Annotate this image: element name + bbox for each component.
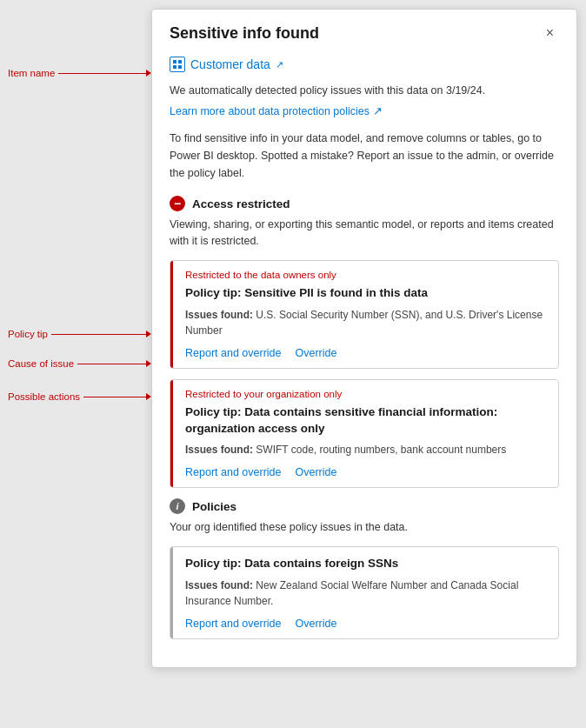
restriction-label-2: Restricted to your organization only (185, 389, 546, 399)
item-icon (170, 57, 185, 72)
report-override-link-3[interactable]: Report and override (185, 618, 281, 630)
policies-issues-found: Issues found: New Zealand Social Welfare… (185, 578, 546, 609)
learn-external-icon: ↗ (373, 104, 383, 117)
policies-title: Policies (192, 500, 236, 513)
access-restricted-desc: Viewing, sharing, or exporting this sema… (170, 217, 559, 250)
auto-detect-text: We automatically detected policy issues … (170, 83, 559, 99)
report-override-link-1[interactable]: Report and override (185, 347, 281, 359)
policy-card-1: Restricted to the data owners only Polic… (170, 260, 559, 369)
close-button[interactable]: × (541, 23, 559, 43)
policy-tip-title-2: Policy tip: Data contains sensitive fina… (185, 404, 546, 437)
card-actions-2: Report and override Override (185, 466, 546, 478)
access-restricted-title: Access restricted (192, 197, 290, 210)
external-link-icon[interactable]: ↗ (276, 59, 283, 70)
restriction-label-1: Restricted to the data owners only (185, 270, 546, 280)
policies-card-actions: Report and override Override (185, 618, 546, 630)
policies-desc: Your org identified these policy issues … (170, 519, 559, 536)
panel-header: Sensitive info found × (152, 10, 576, 53)
override-link-1[interactable]: Override (295, 347, 336, 359)
item-name-annotation: Item name (8, 68, 55, 78)
override-link-3[interactable]: Override (295, 618, 336, 630)
actions-annotation: Possible actions (8, 391, 80, 402)
policies-card: Policy tip: Data contains foreign SSNs I… (170, 546, 559, 639)
issues-found-1: Issues found: U.S. Social Security Numbe… (185, 307, 546, 338)
policies-section: i Policies Your org identified these pol… (170, 498, 559, 639)
report-override-link-2[interactable]: Report and override (185, 466, 281, 478)
item-name-link[interactable]: Customer data (190, 57, 270, 71)
card-actions-1: Report and override Override (185, 347, 546, 359)
policy-tip-annotation: Policy tip (8, 329, 48, 339)
policies-tip-title: Policy tip: Data contains foreign SSNs (185, 556, 546, 572)
panel-body: Customer data ↗ We automatically detecte… (152, 53, 576, 667)
policy-card-2: Restricted to your organization only Pol… (170, 379, 559, 489)
restricted-icon (170, 196, 185, 211)
cause-annotation: Cause of issue (8, 358, 74, 369)
sensitive-info-panel: Sensitive info found × Customer data ↗ W (151, 9, 577, 668)
policy-tip-title-1: Policy tip: Sensitive PII is found in th… (185, 285, 546, 302)
info-icon: i (170, 498, 185, 514)
issues-found-2: Issues found: SWIFT code, routing number… (185, 442, 546, 458)
access-restricted-header: Access restricted (170, 196, 559, 211)
policies-header: i Policies (170, 498, 559, 514)
override-link-2[interactable]: Override (295, 466, 336, 478)
panel-title: Sensitive info found (170, 24, 319, 43)
find-desc-text: To find sensitive info in your data mode… (170, 130, 559, 182)
item-name-row: Customer data ↗ (170, 53, 559, 83)
learn-more-link[interactable]: Learn more about data protection policie… (170, 104, 383, 117)
